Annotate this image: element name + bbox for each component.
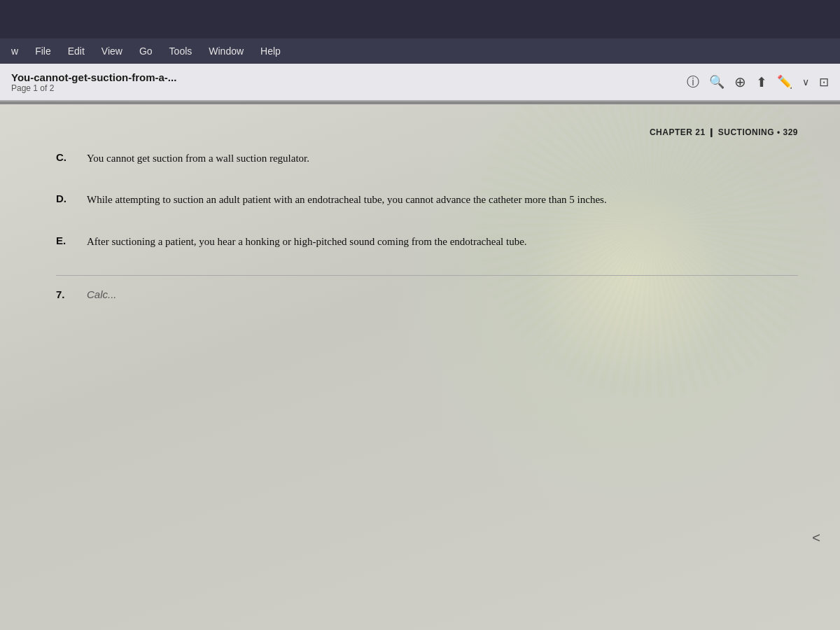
bottom-question-item: 7. Calc... [56, 288, 798, 300]
question-text-e: After suctioning a patient, you hear a h… [87, 234, 527, 250]
menu-bar: w File Edit View Go Tools Window Help [0, 38, 840, 64]
scroll-arrow-icon: < [812, 530, 820, 546]
document-page-indicator: Page 1 of 2 [11, 83, 678, 93]
section-divider [56, 275, 798, 276]
menu-help[interactable]: Help [260, 46, 281, 57]
menu-app-letter: w [11, 46, 18, 57]
toolbar: You-cannot-get-suction-from-a-... Page 1… [0, 64, 840, 102]
zoom-in-icon[interactable]: ⊕ [734, 74, 746, 90]
question-item-e: E. After suctioning a patient, you hear … [56, 234, 798, 250]
page-content: CHAPTER 21 ❙ SUCTIONING • 329 C. You can… [56, 125, 798, 300]
question-letter-d: D. [56, 192, 76, 204]
question-letter-e: E. [56, 234, 76, 246]
question-letter-c: C. [56, 150, 76, 163]
question-item-c: C. You cannot get suction from a wall su… [56, 150, 798, 167]
menu-go[interactable]: Go [139, 46, 153, 57]
menu-view[interactable]: View [102, 46, 122, 57]
chevron-down-icon[interactable]: ∨ [802, 76, 809, 88]
document-title: You-cannot-get-suction-from-a-... [11, 71, 678, 83]
menu-window[interactable]: Window [209, 46, 244, 57]
document-title-area: You-cannot-get-suction-from-a-... Page 1… [11, 71, 678, 93]
share-icon[interactable]: ⬆ [756, 74, 767, 90]
question-text-d: While attempting to suction an adult pat… [87, 192, 607, 208]
chapter-header: CHAPTER 21 ❙ SUCTIONING • 329 [56, 125, 798, 138]
menu-file[interactable]: File [35, 46, 51, 57]
bottom-question-text: Calc... [87, 288, 117, 300]
annotate-icon[interactable]: ✏️ [777, 74, 792, 90]
document-area: CHAPTER 21 ❙ SUCTIONING • 329 C. You can… [0, 104, 840, 630]
toolbar-icons-group: ⓘ 🔍 ⊕ ⬆ ✏️ ∨ ⊡ [687, 74, 829, 90]
chapter-header-text: CHAPTER 21 ❙ SUCTIONING • 329 [650, 127, 798, 137]
top-chrome-bar [0, 0, 840, 38]
info-icon[interactable]: ⓘ [687, 74, 699, 90]
question-item-d: D. While attempting to suction an adult … [56, 192, 798, 208]
zoom-out-icon[interactable]: 🔍 [709, 74, 724, 90]
copy-icon[interactable]: ⊡ [819, 75, 829, 90]
bottom-question-number: 7. [56, 288, 76, 300]
menu-tools[interactable]: Tools [169, 46, 192, 57]
menu-edit[interactable]: Edit [68, 46, 85, 57]
question-text-c: You cannot get suction from a wall sucti… [87, 150, 309, 167]
